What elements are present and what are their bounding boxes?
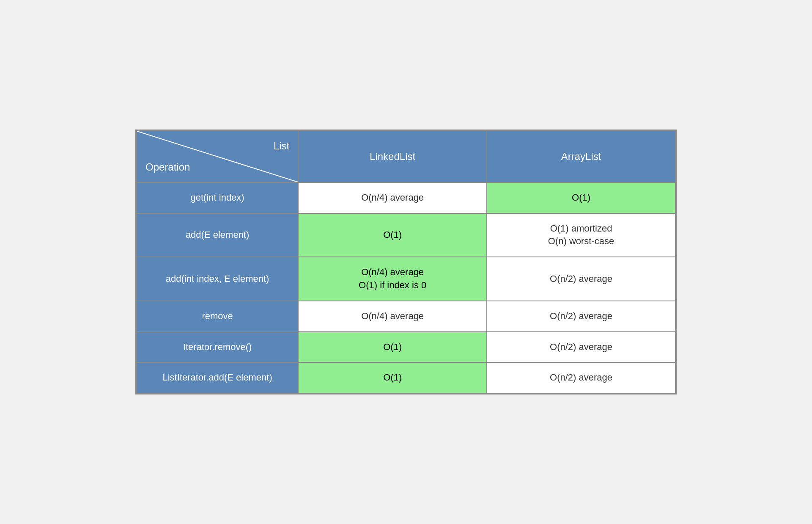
linkedlist-cell-5: O(1) <box>298 362 487 393</box>
header-linkedlist: LinkedList <box>298 131 487 182</box>
arraylist-cell-1: O(1) amortized O(n) worst-case <box>487 213 675 257</box>
operation-cell-2: add(int index, E element) <box>137 257 298 301</box>
operation-label: Operation <box>145 160 190 174</box>
comparison-table: List Operation LinkedList ArrayList get(… <box>135 130 677 394</box>
operation-cell-4: Iterator.remove() <box>137 332 298 363</box>
header-arraylist: ArrayList <box>487 131 675 182</box>
header-operation-list: List Operation <box>137 131 298 182</box>
arraylist-cell-4: O(n/2) average <box>487 332 675 363</box>
linkedlist-cell-2: O(n/4) average O(1) if index is 0 <box>298 257 487 301</box>
operation-cell-3: remove <box>137 301 298 332</box>
linkedlist-cell-0: O(n/4) average <box>298 182 487 213</box>
operation-cell-5: ListIterator.add(E element) <box>137 362 298 393</box>
arraylist-cell-0: O(1) <box>487 182 675 213</box>
operation-cell-1: add(E element) <box>137 213 298 257</box>
operation-cell-0: get(int index) <box>137 182 298 213</box>
arraylist-cell-2: O(n/2) average <box>487 257 675 301</box>
arraylist-cell-5: O(n/2) average <box>487 362 675 393</box>
table-row: add(int index, E element)O(n/4) average … <box>137 257 675 301</box>
linkedlist-cell-3: O(n/4) average <box>298 301 487 332</box>
table-row: get(int index)O(n/4) averageO(1) <box>137 182 675 213</box>
table-header-row: List Operation LinkedList ArrayList <box>137 131 675 182</box>
linkedlist-cell-4: O(1) <box>298 332 487 363</box>
table-row: removeO(n/4) averageO(n/2) average <box>137 301 675 332</box>
linkedlist-cell-1: O(1) <box>298 213 487 257</box>
arraylist-cell-3: O(n/2) average <box>487 301 675 332</box>
table-row: add(E element)O(1)O(1) amortized O(n) wo… <box>137 213 675 257</box>
table-row: ListIterator.add(E element)O(1)O(n/2) av… <box>137 362 675 393</box>
table-row: Iterator.remove()O(1)O(n/2) average <box>137 332 675 363</box>
list-label: List <box>274 139 289 153</box>
